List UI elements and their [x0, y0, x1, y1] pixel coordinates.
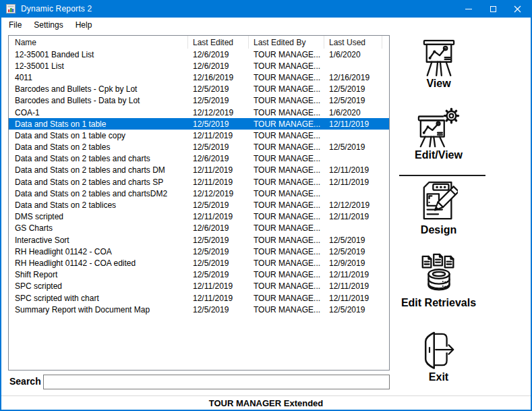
app-window: Dynamic Reports 2 File Settings Help Nam… [0, 0, 532, 411]
list-rows: 12-35001 Banded List12/6/2019TOUR MANAGE… [9, 49, 389, 315]
table-row[interactable]: Data and Stats on 2 tablices12/5/2019TOU… [9, 199, 389, 211]
cell-last_used: 12/5/2019 [324, 142, 382, 152]
maximize-button[interactable] [481, 0, 505, 18]
cell-last_edited_by: TOUR MANAGE... [249, 165, 324, 175]
table-row[interactable]: Shift Report12/5/2019TOUR MANAGE...12/11… [9, 269, 389, 281]
window-title: Dynamic Reports 2 [21, 4, 92, 13]
table-row[interactable]: COA-112/12/2019TOUR MANAGE...1/6/2020 [9, 107, 389, 118]
cell-name: Interactive Sort [9, 236, 188, 245]
column-header-last-used[interactable]: Last Used [324, 36, 382, 49]
cell-last_edited_by: TOUR MANAGE... [249, 61, 324, 71]
column-header-last-edited-by[interactable]: Last Edited By [249, 36, 324, 49]
cell-name: Data and Stats on 2 tablices [9, 200, 188, 210]
cell-last_edited: 12/5/2019 [188, 96, 249, 105]
cell-name: Data and Stats on 2 tables and charts [9, 154, 188, 163]
cell-name: SPC scripted with chart [9, 294, 188, 303]
cell-last_used: 12/11/2019 [324, 177, 382, 187]
table-row[interactable]: RH Headlight 01142 - COA edited12/5/2019… [9, 257, 389, 269]
search-input[interactable] [43, 375, 390, 389]
cell-last_used: 12/5/2019 [324, 84, 382, 94]
column-header-last-edited[interactable]: Last Edited [188, 36, 249, 49]
table-row[interactable]: 12-35001 List12/6/2019TOUR MANAGE... [9, 60, 389, 72]
table-row[interactable]: Data and Stats on 2 tables and charts SP… [9, 176, 389, 188]
table-row[interactable]: Data and Stats on 2 tables12/5/2019TOUR … [9, 142, 389, 153]
database-documents-icon [417, 253, 461, 296]
edit-retrievals-button[interactable]: Edit Retrievals [390, 253, 487, 309]
cell-last_edited_by: TOUR MANAGE... [249, 96, 324, 105]
table-row[interactable]: Data and Stats on 1 table copy12/11/2019… [9, 130, 389, 141]
cell-last_edited: 12/11/2019 [188, 165, 249, 175]
search-label: Search [9, 376, 41, 387]
cell-last_used: 12/9/2019 [324, 258, 382, 268]
table-row[interactable]: Data and Stats on 2 tables and chartsDM2… [9, 188, 389, 199]
minimize-icon [465, 9, 472, 9]
cell-last_edited_by: TOUR MANAGE... [249, 247, 324, 256]
table-row[interactable]: DMS scripted12/11/2019TOUR MANAGE...12/1… [9, 211, 389, 223]
cell-last_edited: 12/5/2019 [188, 236, 249, 245]
exit-label: Exit [429, 371, 448, 383]
reports-list: Name Last Edited Last Edited By Last Use… [8, 35, 390, 371]
table-row[interactable]: SPC scripted12/11/2019TOUR MANAGE...12/1… [9, 281, 389, 292]
edit-retrievals-label: Edit Retrievals [401, 297, 476, 309]
document-pencil-icon [420, 180, 458, 223]
minimize-button[interactable] [456, 0, 481, 18]
cell-last_used: 1/6/2020 [324, 108, 382, 117]
list-header: Name Last Edited Last Edited By Last Use… [9, 36, 389, 49]
design-label: Design [421, 224, 456, 236]
cell-last_edited_by: TOUR MANAGE... [249, 305, 324, 314]
table-row[interactable]: GS Charts12/6/2019TOUR MANAGE... [9, 223, 389, 234]
cell-last_edited: 12/6/2019 [188, 50, 249, 59]
table-row[interactable]: Barcodes and Bullets - Cpk by Lot12/5/20… [9, 84, 389, 95]
cell-name: Shift Report [9, 270, 188, 279]
cell-last_edited: 12/12/2019 [188, 189, 249, 198]
column-header-name[interactable]: Name [9, 36, 188, 49]
view-label: View [426, 78, 450, 90]
table-row[interactable]: 401112/16/2019TOUR MANAGE...12/16/2019 [9, 72, 389, 83]
easel-chart-gear-icon [417, 107, 461, 148]
app-icon [5, 3, 16, 14]
table-row[interactable]: RH Headlight 01142 - COA12/5/2019TOUR MA… [9, 246, 389, 257]
cell-last_edited_by: TOUR MANAGE... [249, 236, 324, 245]
cell-last_edited: 12/5/2019 [188, 305, 249, 314]
cell-last_used: 12/11/2019 [324, 281, 382, 291]
cell-last_edited: 12/11/2019 [188, 177, 249, 187]
cell-last_edited_by: TOUR MANAGE... [249, 177, 324, 187]
cell-last_edited: 12/5/2019 [188, 142, 249, 152]
menu-file[interactable]: File [3, 18, 28, 32]
column-header-filler [382, 36, 389, 49]
view-button[interactable]: View [390, 39, 487, 90]
menu-help[interactable]: Help [69, 18, 98, 32]
cell-last_edited_by: TOUR MANAGE... [249, 119, 324, 129]
table-row[interactable]: Barcodes and Bullets - Data by Lot12/5/2… [9, 95, 389, 107]
cell-last_edited_by: TOUR MANAGE... [249, 281, 324, 291]
titlebar: Dynamic Reports 2 [0, 0, 532, 18]
cell-last_edited_by: TOUR MANAGE... [249, 270, 324, 279]
status-text: TOUR MANAGER Extended [209, 398, 324, 408]
menu-settings[interactable]: Settings [28, 18, 69, 32]
cell-name: Data and Stats on 2 tables [9, 142, 188, 152]
cell-last_edited: 12/6/2019 [188, 223, 249, 233]
table-row[interactable]: Data and Stats on 1 table12/5/2019TOUR M… [9, 118, 389, 130]
cell-last_used: 12/5/2019 [324, 305, 382, 314]
cell-name: SPC scripted [9, 281, 188, 291]
exit-button[interactable]: Exit [390, 330, 487, 383]
cell-last_edited_by: TOUR MANAGE... [249, 142, 324, 152]
close-button[interactable] [505, 0, 529, 18]
table-row[interactable]: Data and Stats on 2 tables and charts12/… [9, 153, 389, 165]
cell-last_used: 12/11/2019 [324, 119, 382, 129]
cell-last_used: 12/5/2019 [324, 236, 382, 245]
cell-last_edited: 12/6/2019 [188, 61, 249, 71]
cell-last_used: 12/16/2019 [324, 73, 382, 82]
table-row[interactable]: Data and Stats on 2 tables and charts DM… [9, 165, 389, 176]
design-button[interactable]: Design [390, 180, 487, 236]
edit-view-button[interactable]: Edit/View [390, 107, 487, 161]
table-row[interactable]: Interactive Sort12/5/2019TOUR MANAGE...1… [9, 234, 389, 246]
cell-last_used: 12/11/2019 [324, 212, 382, 221]
cell-last_edited: 12/5/2019 [188, 200, 249, 210]
table-row[interactable]: SPC scripted with chart12/11/2019TOUR MA… [9, 292, 389, 304]
table-row[interactable]: 12-35001 Banded List12/6/2019TOUR MANAGE… [9, 49, 389, 60]
table-row[interactable]: Summary Report with Document Map12/5/201… [9, 304, 389, 315]
cell-name: Data and Stats on 2 tables and charts SP [9, 177, 188, 187]
cell-last_edited: 12/11/2019 [188, 294, 249, 303]
menubar: File Settings Help [1, 18, 531, 32]
